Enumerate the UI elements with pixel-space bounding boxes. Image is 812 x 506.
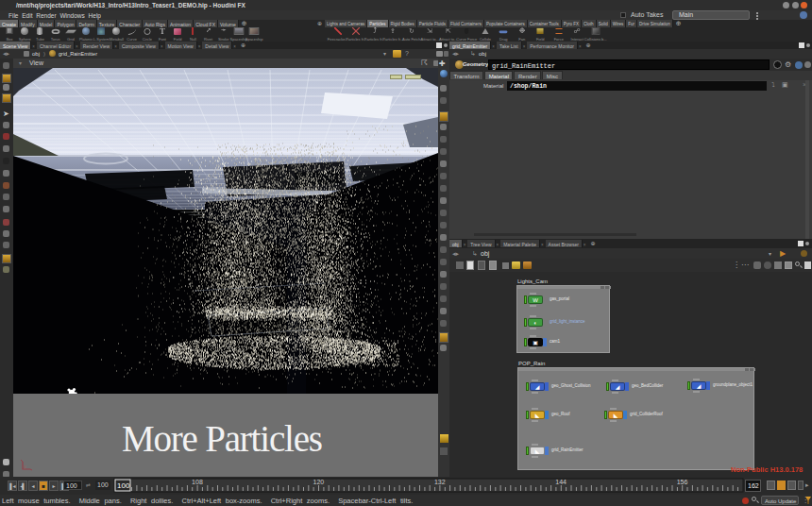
svg-text:132: 132 bbox=[434, 479, 446, 485]
svg-text:108: 108 bbox=[192, 479, 203, 485]
svg-text:y: y bbox=[24, 464, 26, 469]
svg-text:144: 144 bbox=[555, 479, 567, 485]
svg-text:156: 156 bbox=[677, 479, 688, 485]
svg-text:100: 100 bbox=[117, 481, 130, 490]
svg-text:120: 120 bbox=[313, 479, 325, 485]
